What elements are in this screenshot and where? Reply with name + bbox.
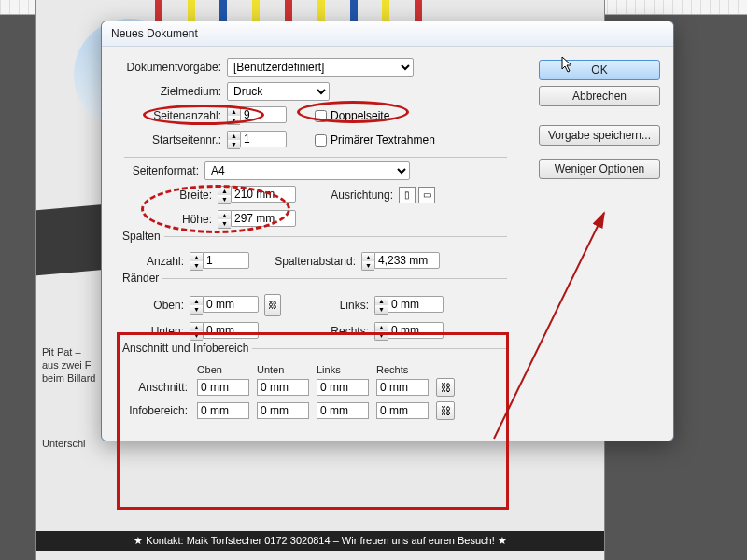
column-count-input[interactable] [203, 252, 249, 269]
spinner-down-icon[interactable]: ▼ [218, 219, 231, 228]
width-input[interactable] [231, 186, 296, 203]
link-bleed-icon[interactable]: ⛓ [436, 378, 455, 397]
slug-right-input[interactable] [376, 402, 429, 419]
orientation-label: Ausrichtung: [324, 189, 399, 202]
slug-left-input[interactable] [317, 402, 369, 419]
spinner-up-icon[interactable]: ▲ [375, 323, 388, 331]
margin-right-input[interactable] [388, 322, 444, 339]
spinner-up-icon[interactable]: ▲ [228, 132, 240, 140]
column-count-label: Anzahl: [124, 255, 190, 268]
spinner-up-icon[interactable]: ▲ [362, 253, 374, 261]
bleed-header-bottom: Unten [257, 364, 313, 375]
bleed-section-label: Anschnitt und Infobereich [119, 342, 252, 355]
bleed-left-input[interactable] [317, 379, 369, 396]
spinner-up-icon[interactable]: ▲ [218, 211, 231, 219]
pages-input[interactable] [240, 106, 287, 123]
medium-dropdown[interactable]: Druck [227, 82, 330, 101]
facing-pages-label: Doppelseite [331, 109, 389, 122]
primary-textframe-checkbox[interactable] [315, 134, 327, 147]
margin-left-input[interactable] [388, 296, 444, 313]
bleed-header-left: Links [317, 364, 373, 375]
startpage-label: Startseitennr.: [115, 133, 227, 147]
page-footer: ★ Kontakt: Maik Torfstecher 0172 3020814… [36, 531, 604, 551]
spinner-down-icon[interactable]: ▼ [190, 261, 203, 270]
ok-button[interactable]: OK [539, 60, 660, 80]
startpage-spinner[interactable]: ▲▼ [227, 131, 287, 149]
slug-top-input[interactable] [197, 402, 249, 419]
startpage-input[interactable] [240, 131, 287, 147]
primary-textframe-label: Primärer Textrahmen [331, 133, 435, 147]
margin-top-label: Oben: [124, 299, 190, 312]
column-count-spinner[interactable]: ▲▼ [190, 252, 249, 271]
save-preset-button[interactable]: Vorgabe speichern... [539, 125, 660, 146]
pages-spinner[interactable]: ▲▼ [227, 106, 287, 125]
width-label: Breite: [152, 189, 218, 202]
spinner-down-icon[interactable]: ▼ [228, 116, 240, 124]
margin-bottom-label: Unten: [124, 325, 190, 338]
spinner-down-icon[interactable]: ▼ [218, 195, 231, 203]
slug-bottom-input[interactable] [257, 402, 309, 419]
height-label: Höhe: [152, 213, 218, 226]
gutter-spinner[interactable]: ▲▼ [361, 252, 440, 271]
height-input[interactable] [231, 210, 296, 227]
margin-bottom-spinner[interactable]: ▲▼ [190, 322, 259, 341]
dialog-button-column: OK Abbrechen Vorgabe speichern... Wenige… [539, 60, 660, 185]
height-spinner[interactable]: ▲▼ [218, 210, 296, 229]
spinner-up-icon[interactable]: ▲ [228, 107, 240, 116]
spinner-down-icon[interactable]: ▼ [190, 331, 203, 340]
preset-dropdown[interactable]: [Benutzerdefiniert] [227, 58, 414, 77]
spinner-up-icon[interactable]: ▲ [375, 297, 388, 305]
margin-right-spinner[interactable]: ▲▼ [374, 322, 444, 341]
spinner-up-icon[interactable]: ▲ [190, 253, 203, 261]
spinner-up-icon[interactable]: ▲ [218, 187, 231, 195]
dialog-title: Neues Dokument [102, 21, 673, 47]
margin-top-input[interactable] [203, 296, 259, 313]
margin-top-spinner[interactable]: ▲▼ [190, 296, 259, 315]
spinner-down-icon[interactable]: ▼ [362, 261, 374, 270]
margin-right-label: Rechts: [281, 325, 374, 338]
spinner-down-icon[interactable]: ▼ [375, 305, 388, 314]
cancel-button[interactable]: Abbrechen [539, 86, 660, 106]
spinner-up-icon[interactable]: ▲ [190, 297, 203, 305]
gutter-label: Spaltenabstand: [249, 255, 361, 268]
preset-label: Dokumentvorgabe: [115, 61, 227, 74]
medium-label: Zielmedium: [115, 85, 227, 98]
margin-left-label: Links: [281, 299, 374, 312]
pages-label: Seitenanzahl: [115, 109, 227, 122]
width-spinner[interactable]: ▲▼ [218, 186, 296, 204]
spinner-down-icon[interactable]: ▼ [190, 305, 203, 314]
link-margins-icon[interactable]: ⛓ [264, 294, 281, 316]
margins-section-label: Ränder [119, 272, 162, 285]
gutter-input[interactable] [374, 252, 440, 269]
bleed-row-label: Anschnitt: [124, 381, 193, 394]
bleed-top-input[interactable] [197, 379, 249, 396]
bleed-right-input[interactable] [376, 379, 429, 396]
slug-row-label: Infobereich: [124, 404, 193, 417]
spinner-down-icon[interactable]: ▼ [228, 140, 240, 148]
spinner-up-icon[interactable]: ▲ [190, 323, 203, 331]
bleed-bottom-input[interactable] [257, 379, 309, 396]
pagesize-label: Seitenformat: [115, 164, 204, 177]
margin-bottom-input[interactable] [203, 322, 259, 339]
columns-section-label: Spalten [119, 230, 164, 243]
facing-pages-checkbox[interactable] [315, 110, 327, 122]
spinner-down-icon[interactable]: ▼ [375, 331, 388, 340]
fewer-options-button[interactable]: Weniger Optionen [539, 159, 660, 179]
pagesize-dropdown[interactable]: A4 [204, 161, 410, 180]
orientation-portrait-icon[interactable]: ▯ [399, 187, 416, 203]
new-document-dialog: Neues Dokument OK Abbrechen Vorgabe spei… [101, 21, 674, 441]
orientation-landscape-icon[interactable]: ▭ [418, 187, 435, 203]
bleed-header-right: Rechts [376, 364, 432, 375]
margin-left-spinner[interactable]: ▲▼ [374, 296, 444, 315]
link-slug-icon[interactable]: ⛓ [436, 401, 455, 420]
bleed-header-top: Oben [197, 364, 253, 375]
